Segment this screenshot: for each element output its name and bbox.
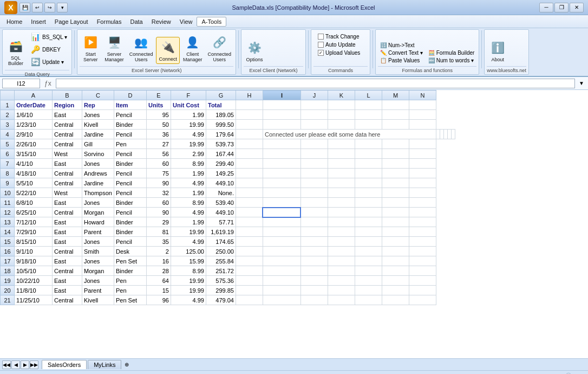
cell[interactable]: Jones (82, 237, 114, 247)
row-header-14[interactable]: 14 (1, 227, 15, 237)
cell[interactable]: Unit Cost (171, 100, 206, 110)
num-to-text-button[interactable]: 🔢 Num->Text (378, 42, 425, 49)
cell[interactable]: Item (114, 100, 146, 110)
cell[interactable] (263, 139, 300, 149)
col-header-j[interactable]: J (300, 91, 328, 100)
cell[interactable] (355, 256, 382, 266)
cell[interactable]: 29 (146, 217, 171, 227)
tab-last-button[interactable]: ▶▶ (30, 360, 38, 369)
cell[interactable]: Central (53, 130, 82, 139)
cell[interactable] (328, 286, 355, 295)
cell[interactable] (328, 100, 355, 110)
cell[interactable]: Pen (114, 276, 146, 286)
col-header-g[interactable]: G (206, 91, 236, 100)
cell[interactable]: 1.99 (171, 188, 206, 198)
cell[interactable]: 5/5/10 (15, 178, 53, 188)
cell[interactable]: 2.99 (171, 149, 206, 159)
connected-users-button[interactable]: 👥 ConnectedUsers (127, 33, 155, 64)
cell[interactable]: 9/1/10 (15, 247, 53, 256)
cell[interactable] (263, 286, 300, 295)
undo-icon[interactable]: ↩ (32, 3, 43, 12)
row-header-7[interactable]: 7 (1, 159, 15, 169)
cell[interactable]: 8.99 (171, 266, 206, 276)
client-manager-button[interactable]: 👤 ClientManager (181, 33, 205, 64)
cell[interactable]: Pencil (114, 110, 146, 120)
cell[interactable]: 1/6/10 (15, 110, 53, 120)
cell[interactable]: Binder (114, 159, 146, 169)
cell[interactable]: Central (53, 139, 82, 149)
cell[interactable] (409, 120, 436, 130)
cell[interactable] (409, 227, 436, 237)
cell[interactable]: Binder (114, 120, 146, 130)
cell[interactable] (236, 286, 263, 295)
cell[interactable] (263, 208, 300, 217)
paste-values-button[interactable]: 📋 Paste Values (378, 57, 425, 64)
cell[interactable]: Desk (114, 247, 146, 256)
row-header-2[interactable]: 2 (1, 110, 15, 120)
cell[interactable]: Central (53, 295, 82, 305)
cell[interactable] (328, 188, 355, 198)
cell[interactable]: 251.72 (206, 266, 236, 276)
cell[interactable]: 64 (146, 276, 171, 286)
cell[interactable] (263, 120, 300, 130)
cell[interactable]: Pencil (114, 237, 146, 247)
cell[interactable]: 167.44 (206, 149, 236, 159)
cell[interactable] (236, 295, 263, 305)
formula-builder-button[interactable]: 🧮 Formula Builder (426, 49, 477, 56)
menu-page-layout[interactable]: Page Layout (50, 17, 93, 26)
cell[interactable] (300, 247, 328, 256)
cell[interactable] (355, 208, 382, 217)
cell[interactable]: Rep (82, 100, 114, 110)
cell[interactable]: 57.71 (206, 217, 236, 227)
cell[interactable]: Pencil (114, 149, 146, 159)
cell[interactable]: 4.99 (171, 178, 206, 188)
cell[interactable]: Binder (114, 217, 146, 227)
cell[interactable] (409, 100, 436, 110)
cell[interactable]: Smith (82, 247, 114, 256)
cell[interactable] (355, 110, 382, 120)
col-header-i[interactable]: I (263, 91, 300, 100)
cell[interactable] (328, 149, 355, 159)
cell[interactable]: 95 (146, 110, 171, 120)
cell[interactable] (382, 286, 409, 295)
row-header-12[interactable]: 12 (1, 208, 15, 217)
cell[interactable] (409, 256, 436, 266)
cell[interactable] (236, 237, 263, 247)
cell[interactable] (409, 159, 436, 169)
formula-input[interactable] (56, 79, 575, 88)
cell[interactable]: 60 (146, 198, 171, 208)
col-header-f[interactable]: F (171, 91, 206, 100)
cell[interactable] (382, 149, 409, 159)
tab-prev-button[interactable]: ◀ (11, 360, 20, 369)
cell[interactable] (236, 178, 263, 188)
cell[interactable]: 19.99 (171, 276, 206, 286)
cell[interactable]: None. (206, 188, 236, 198)
cell[interactable]: 999.50 (206, 120, 236, 130)
cell[interactable]: Central (53, 208, 82, 217)
cell[interactable]: Parent (82, 227, 114, 237)
cell[interactable] (263, 100, 300, 110)
cell[interactable] (300, 120, 328, 130)
cell[interactable] (382, 110, 409, 120)
col-header-h[interactable]: H (236, 91, 263, 100)
cell[interactable]: 1,619.19 (206, 227, 236, 237)
cell[interactable] (236, 120, 263, 130)
cell[interactable] (382, 139, 409, 149)
cell[interactable]: Binder (114, 266, 146, 276)
cell[interactable]: 28 (146, 266, 171, 276)
cell[interactable] (382, 188, 409, 198)
col-header-a[interactable]: A (15, 91, 53, 100)
cell[interactable] (355, 227, 382, 237)
cell[interactable] (236, 198, 263, 208)
cell[interactable] (409, 286, 436, 295)
cell[interactable]: 5/22/10 (15, 188, 53, 198)
cell[interactable]: 4.99 (171, 237, 206, 247)
menu-formulas[interactable]: Formulas (93, 17, 126, 26)
dbkey-button[interactable]: 🔑 DBKEY (28, 43, 69, 55)
cell[interactable] (447, 130, 451, 139)
cell[interactable]: 50 (146, 120, 171, 130)
cell[interactable]: 7/29/10 (15, 227, 53, 237)
row-header-5[interactable]: 5 (1, 139, 15, 149)
cell[interactable]: Central (53, 169, 82, 178)
cell[interactable] (382, 295, 409, 305)
